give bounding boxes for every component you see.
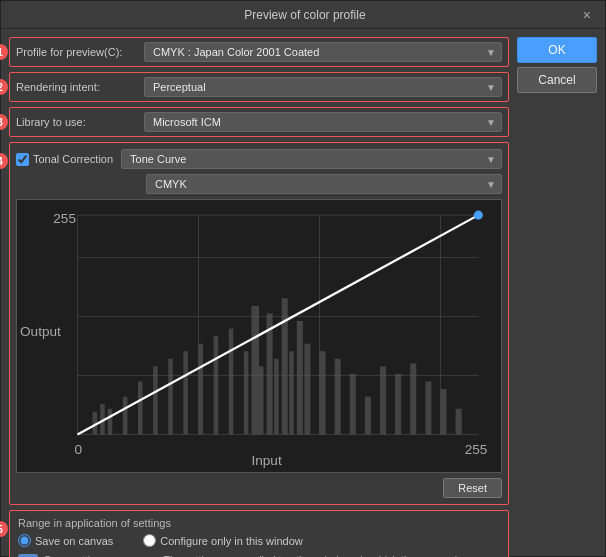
left-panel: 1 Profile for preview(C): CMYK : Japan C… <box>9 37 509 557</box>
section-number-5: 5 <box>0 521 8 537</box>
info-row: i Save settings on canvas. The settings … <box>18 553 500 557</box>
svg-rect-31 <box>395 374 401 435</box>
svg-rect-13 <box>123 397 128 435</box>
section-number-2: 2 <box>0 79 8 95</box>
radio-save[interactable] <box>18 534 31 547</box>
svg-text:Output: Output <box>20 324 61 339</box>
rendering-select-wrapper: Perceptual ▼ <box>144 77 502 97</box>
svg-rect-16 <box>168 359 173 435</box>
svg-rect-25 <box>304 344 310 435</box>
section-number-4: 4 <box>0 153 8 169</box>
tonal-checkbox[interactable] <box>16 153 29 166</box>
svg-rect-17 <box>183 351 188 434</box>
rendering-select[interactable]: Perceptual <box>144 77 502 97</box>
svg-text:255: 255 <box>53 211 76 226</box>
svg-text:Input: Input <box>251 453 281 468</box>
svg-rect-33 <box>425 382 431 435</box>
cancel-button[interactable]: Cancel <box>517 67 597 93</box>
svg-rect-39 <box>297 321 303 434</box>
info-text: Save settings on canvas. The settings ar… <box>44 553 500 557</box>
radio-configure[interactable] <box>143 534 156 547</box>
tonal-section: 4 Tonal Correction Tone Curve ▼ <box>9 142 509 505</box>
ok-button[interactable]: OK <box>517 37 597 63</box>
library-select-wrapper: Microsoft ICM ▼ <box>144 112 502 132</box>
profile-row: 1 Profile for preview(C): CMYK : Japan C… <box>9 37 509 67</box>
svg-rect-29 <box>365 397 371 435</box>
radio-configure-text: Configure only in this window <box>160 535 302 547</box>
svg-rect-26 <box>320 351 326 434</box>
range-title: Range in application of settings <box>18 517 500 529</box>
svg-rect-34 <box>441 389 447 434</box>
svg-rect-23 <box>274 359 279 435</box>
profile-select-wrapper: CMYK : Japan Color 2001 Coated ▼ <box>144 42 502 62</box>
svg-rect-24 <box>289 351 294 434</box>
radio-save-text: Save on canvas <box>35 535 113 547</box>
rendering-row: 2 Rendering intent: Perceptual ▼ <box>9 72 509 102</box>
radio-row: Save on canvas Configure only in this wi… <box>18 534 500 547</box>
svg-text:0: 0 <box>74 442 82 457</box>
svg-rect-18 <box>199 344 204 435</box>
radio-save-label[interactable]: Save on canvas <box>18 534 113 547</box>
svg-rect-30 <box>380 366 386 434</box>
library-select[interactable]: Microsoft ICM <box>144 112 502 132</box>
svg-point-41 <box>474 211 483 220</box>
profile-label: Profile for preview(C): <box>16 46 136 58</box>
dialog-title: Preview of color profile <box>31 8 579 22</box>
svg-rect-14 <box>138 382 143 435</box>
graph-svg: 255 Output 0 Input 255 <box>17 200 501 472</box>
svg-rect-36 <box>251 306 259 435</box>
svg-rect-27 <box>335 359 341 435</box>
reset-row: Reset <box>16 478 502 498</box>
svg-rect-12 <box>108 409 113 435</box>
dialog: Preview of color profile × 1 Profile for… <box>0 0 606 557</box>
rendering-label: Rendering intent: <box>16 81 136 93</box>
right-panel: OK Cancel <box>517 37 597 557</box>
section-number-3: 3 <box>0 114 8 130</box>
range-section: 5 Range in application of settings Save … <box>9 510 509 557</box>
close-button[interactable]: × <box>579 8 595 22</box>
profile-select[interactable]: CMYK : Japan Color 2001 Coated <box>144 42 502 62</box>
reset-button[interactable]: Reset <box>443 478 502 498</box>
svg-rect-21 <box>244 351 249 434</box>
main-content: 1 Profile for preview(C): CMYK : Japan C… <box>1 29 605 557</box>
tone-curve-wrapper: Tone Curve ▼ <box>121 149 502 169</box>
tonal-row: Tonal Correction Tone Curve ▼ <box>16 149 502 169</box>
section-number-1: 1 <box>0 44 8 60</box>
svg-rect-20 <box>229 329 234 435</box>
svg-rect-35 <box>456 409 462 435</box>
svg-rect-32 <box>410 363 416 434</box>
cmyk-row: CMYK ▼ <box>146 174 502 194</box>
svg-text:255: 255 <box>465 442 488 457</box>
svg-rect-15 <box>153 366 158 434</box>
svg-rect-22 <box>259 366 264 434</box>
tonal-checkbox-label[interactable]: Tonal Correction <box>16 153 113 166</box>
tone-curve-graph: 255 Output 0 Input 255 <box>16 199 502 473</box>
radio-configure-label[interactable]: Configure only in this window <box>143 534 302 547</box>
title-bar: Preview of color profile × <box>1 1 605 29</box>
tone-curve-select[interactable]: Tone Curve <box>121 149 502 169</box>
svg-rect-19 <box>214 336 219 434</box>
library-label: Library to use: <box>16 116 136 128</box>
svg-rect-28 <box>350 374 356 435</box>
library-row: 3 Library to use: Microsoft ICM ▼ <box>9 107 509 137</box>
cmyk-select[interactable]: CMYK <box>146 174 502 194</box>
